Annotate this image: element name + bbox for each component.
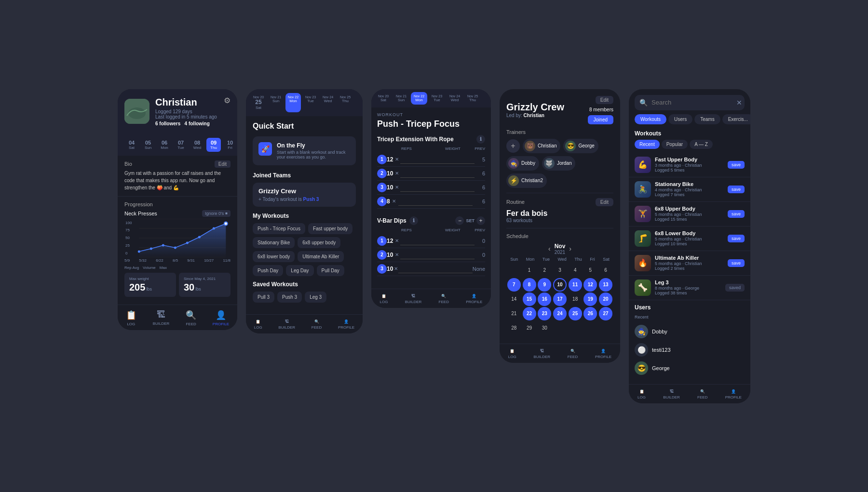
nav-builder[interactable]: 🏗 BUILDER [405, 294, 422, 304]
cal-day[interactable]: 30 [538, 321, 551, 335]
weight-input[interactable] [400, 250, 475, 259]
date-item[interactable]: Nov 20 25 Sat [251, 93, 266, 112]
weight-input[interactable] [400, 169, 475, 178]
date-item[interactable]: Nov 21 Sun [393, 92, 409, 105]
nav-profile[interactable]: 👤 PROFILE [466, 294, 482, 304]
nav-log[interactable]: 📋 LOG [637, 389, 646, 399]
nav-log[interactable]: 📋 LOG [380, 294, 388, 304]
workout-stationary-bike[interactable]: Stationary Bike [253, 237, 295, 248]
nav-feed[interactable]: 🔍 FEED [439, 294, 449, 304]
nav-profile[interactable]: 👤 PROFILE [725, 389, 742, 399]
weight-input[interactable] [400, 183, 475, 192]
cal-day[interactable]: 3 [553, 264, 567, 277]
routine-edit-button[interactable]: Edit [596, 198, 613, 206]
date-item[interactable]: 10 Fri [223, 138, 237, 152]
workout-ab-killer[interactable]: Ultimate Ab Killer [298, 251, 344, 262]
weight-input[interactable] [400, 236, 475, 245]
save-button[interactable]: save [728, 161, 745, 169]
add-trainer-button[interactable]: + [506, 139, 520, 153]
workout-push-tricep[interactable]: Push - Tricep Focus [253, 223, 305, 234]
cal-day[interactable]: 29 [523, 321, 536, 335]
crew-edit-button[interactable]: Edit [596, 96, 613, 104]
user-item[interactable]: 🧙 Dobby [635, 322, 745, 341]
user-item[interactable]: ⚪ testi123 [635, 341, 745, 359]
workout-6x8-upper[interactable]: 6x8 upper body [298, 237, 340, 248]
workout-fast-upper[interactable]: Fast upper body [308, 223, 353, 234]
cal-day-highlight[interactable]: 17 [553, 293, 567, 306]
weight-input[interactable] [398, 264, 473, 273]
date-item[interactable]: 07 Tue [174, 138, 188, 152]
nav-profile[interactable]: 👤 PROFILE [338, 319, 354, 330]
save-button[interactable]: save [728, 186, 745, 193]
cal-day-highlight[interactable]: 9 [538, 278, 551, 292]
save-button[interactable]: save [728, 210, 745, 218]
nav-feed[interactable]: 🔍 FEED [568, 349, 578, 359]
tab-workouts[interactable]: Workouts [635, 114, 666, 124]
tab-users[interactable]: Users [668, 114, 692, 124]
weight-input[interactable] [398, 197, 473, 206]
info-icon[interactable]: ℹ [409, 216, 418, 225]
filter-popular[interactable]: Popular [662, 140, 688, 149]
nav-builder[interactable]: 🏗 BUILDER [278, 319, 295, 330]
date-item[interactable]: Nov 24 Wed [447, 92, 463, 105]
tab-exercises[interactable]: Exercis... [722, 114, 750, 124]
cal-day-highlight[interactable]: 16 [538, 293, 551, 306]
weight-input[interactable] [400, 155, 475, 164]
date-item[interactable]: Nov 25 Thu [338, 93, 353, 112]
nav-feed[interactable]: 🔍 FEED [697, 389, 707, 399]
cal-day[interactable]: 5 [583, 264, 597, 277]
saved-leg3[interactable]: Leg 3 [305, 292, 326, 303]
prev-month-button[interactable]: ‹ [548, 245, 551, 253]
tab-teams[interactable]: Teams [694, 114, 720, 124]
cal-day-highlight[interactable]: 22 [523, 307, 536, 320]
filter-recent[interactable]: Recent [635, 140, 660, 149]
saved-pull3[interactable]: Pull 3 [253, 292, 274, 303]
date-item[interactable]: Nov 24 Wed [320, 93, 336, 112]
cal-day[interactable]: 1 [523, 264, 536, 277]
gear-icon[interactable]: ⚙ [224, 96, 231, 105]
date-item-active[interactable]: Nov 22 Mon [411, 92, 427, 105]
date-item[interactable]: Nov 25 Thu [464, 92, 481, 105]
cal-day[interactable]: 14 [507, 293, 521, 306]
date-item[interactable]: Nov 23 Tue [429, 92, 445, 105]
nav-log[interactable]: 📋 LOG [508, 349, 516, 359]
workout-leg-day[interactable]: Leg Day [286, 265, 313, 276]
info-icon[interactable]: ℹ [476, 135, 485, 144]
cal-day-highlight[interactable]: 7 [507, 278, 521, 292]
date-item-active[interactable]: Nov 22 Mon [285, 93, 301, 112]
nav-log[interactable]: 📋 LOG [126, 310, 136, 326]
cal-day-highlight[interactable]: 11 [569, 278, 582, 292]
next-month-button[interactable]: › [569, 245, 571, 253]
cal-day[interactable]: 18 [569, 293, 582, 306]
close-icon[interactable]: ✕ [736, 99, 742, 106]
ignore-zeros-button[interactable]: Ignore 0's ■ [202, 210, 231, 217]
cal-day-highlight[interactable]: 20 [599, 293, 612, 306]
cal-day[interactable]: 4 [569, 264, 582, 277]
bio-edit-button[interactable]: Edit [215, 160, 231, 168]
crew-join-button[interactable]: Joined [588, 115, 613, 124]
workout-6x8-lower[interactable]: 6x8 lower body [253, 251, 295, 262]
date-item-active[interactable]: 09 Thu [206, 138, 221, 152]
cal-day[interactable]: 28 [507, 321, 521, 335]
cal-day[interactable]: 6 [599, 264, 612, 277]
remove-set-button[interactable]: − [455, 216, 464, 225]
date-item[interactable]: 04 Sat [124, 138, 139, 152]
save-button[interactable]: save [728, 235, 745, 242]
nav-feed[interactable]: 🔍 FEED [312, 319, 322, 330]
cal-day-highlight[interactable]: 23 [538, 307, 551, 320]
date-item[interactable]: Nov 23 Tue [303, 93, 318, 112]
nav-builder[interactable]: 🏗 BUILDER [663, 389, 680, 399]
team-card[interactable]: Grizzly Crew + Today's workout is Push 3 [253, 183, 356, 207]
cal-day-highlight[interactable]: 12 [583, 278, 597, 292]
saved-push3[interactable]: Push 3 [277, 292, 302, 303]
nav-profile[interactable]: 👤 PROFILE [595, 349, 611, 359]
cal-day-highlight[interactable]: 24 [553, 307, 567, 320]
nav-log[interactable]: 📋 LOG [254, 319, 262, 330]
cal-day[interactable]: 21 [507, 307, 521, 320]
saved-button[interactable]: saved [725, 284, 745, 292]
search-input[interactable] [651, 99, 732, 106]
date-item[interactable]: 06 Mon [157, 138, 172, 152]
filter-az[interactable]: A — Z [690, 140, 713, 149]
cal-day-highlight[interactable]: 25 [569, 307, 582, 320]
date-item[interactable]: 08 Wed [190, 138, 204, 152]
